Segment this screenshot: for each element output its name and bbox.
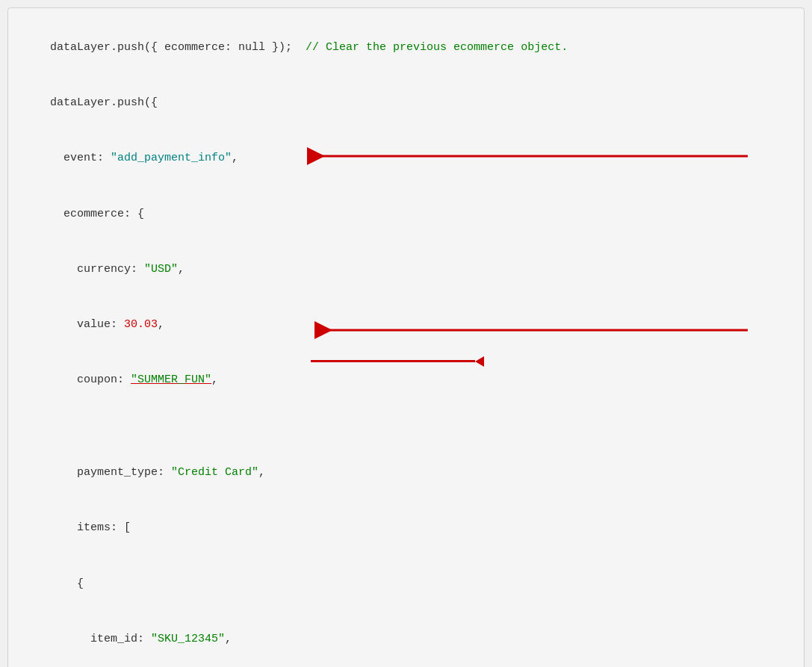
- code-line: ecommerce: {: [23, 187, 789, 242]
- code-block: dataLayer.push({ ecommerce: null }); // …: [7, 7, 805, 667]
- code-line-coupon-1: coupon: "SUMMER_FUN",: [23, 353, 789, 446]
- code-line: dataLayer.push({ ecommerce: null }); // …: [23, 20, 789, 75]
- code-line: items: [: [23, 501, 789, 556]
- code-line: value: 30.03,: [23, 297, 789, 353]
- arrow-1: [311, 356, 484, 367]
- code-line: item_id: "SKU_12345",: [23, 612, 789, 667]
- code-line: dataLayer.push({: [23, 75, 789, 131]
- code-line: {: [23, 556, 789, 612]
- code-line: payment_type: "Credit Card",: [23, 445, 789, 500]
- code-line: currency: "USD",: [23, 242, 789, 297]
- code-line: event: "add_payment_info",: [23, 131, 789, 187]
